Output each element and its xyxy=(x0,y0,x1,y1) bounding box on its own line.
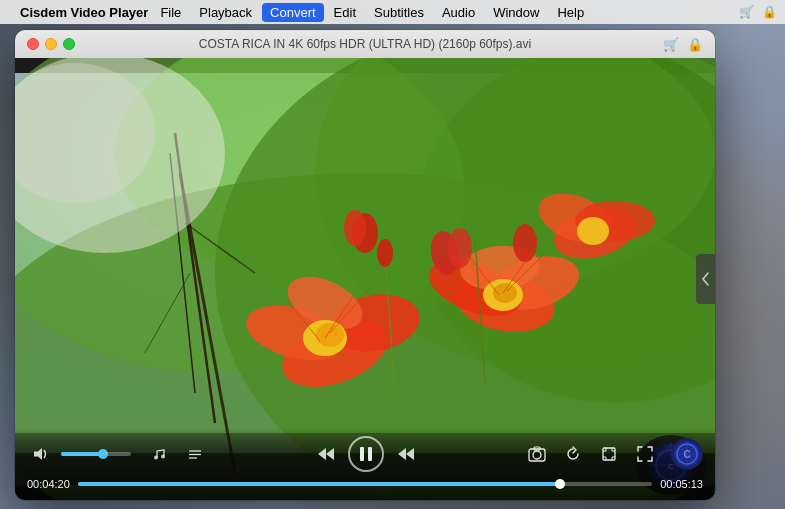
volume-slider[interactable] xyxy=(61,452,131,456)
controls-overlay: C 00:04:20 00:05:13 xyxy=(15,428,715,500)
current-time-label: 00:04:20 xyxy=(27,478,70,490)
title-bar-actions: 🛒 🔒 xyxy=(663,37,703,52)
cart-icon[interactable]: 🛒 xyxy=(663,37,679,52)
music-button[interactable] xyxy=(145,440,173,468)
fastforward-button[interactable] xyxy=(392,440,420,468)
progress-bar[interactable] xyxy=(78,482,652,486)
menu-item-window[interactable]: Window xyxy=(485,3,547,22)
svg-text:C: C xyxy=(683,449,690,460)
window-title: COSTA RICA IN 4K 60fps HDR (ULTRA HD) (2… xyxy=(199,37,531,51)
menu-item-file[interactable]: File xyxy=(152,3,189,22)
menu-item-subtitles[interactable]: Subtitles xyxy=(366,3,432,22)
video-area: C xyxy=(15,58,715,500)
menu-item-playback[interactable]: Playback xyxy=(191,3,260,22)
volume-knob xyxy=(98,449,108,459)
rotate-button[interactable] xyxy=(559,440,587,468)
menu-bar-right: 🛒 🔒 xyxy=(739,5,777,19)
subtitle-button[interactable] xyxy=(181,440,209,468)
side-panel-toggle[interactable] xyxy=(696,254,715,304)
player-window: COSTA RICA IN 4K 60fps HDR (ULTRA HD) (2… xyxy=(15,30,715,500)
progress-area: 00:04:20 00:05:13 xyxy=(27,478,703,490)
svg-point-32 xyxy=(513,224,537,262)
svg-point-23 xyxy=(493,283,517,303)
pause-button[interactable] xyxy=(348,436,384,472)
svg-point-52 xyxy=(154,456,158,460)
svg-point-60 xyxy=(533,451,541,459)
menu-item-convert[interactable]: Convert xyxy=(262,3,324,22)
maximize-button[interactable] xyxy=(63,38,75,50)
minimize-button[interactable] xyxy=(45,38,57,50)
controls-top-row: C xyxy=(27,436,703,472)
svg-point-17 xyxy=(316,323,344,347)
menu-item-edit[interactable]: Edit xyxy=(326,3,364,22)
progress-fill xyxy=(78,482,560,486)
menu-items: File Playback Convert Edit Subtitles Aud… xyxy=(152,3,592,22)
fullscreen-button[interactable] xyxy=(631,440,659,468)
menu-item-audio[interactable]: Audio xyxy=(434,3,483,22)
menu-item-help[interactable]: Help xyxy=(549,3,592,22)
svg-point-27 xyxy=(577,217,609,245)
lock-icon[interactable]: 🔒 xyxy=(687,37,703,52)
menubar-status-icon: 🔒 xyxy=(762,5,777,19)
total-time-label: 00:05:13 xyxy=(660,478,703,490)
traffic-lights xyxy=(27,38,75,50)
title-bar: COSTA RICA IN 4K 60fps HDR (ULTRA HD) (2… xyxy=(15,30,715,58)
menubar-cart-icon: 🛒 xyxy=(739,5,754,19)
app-name[interactable]: Cisdem Video Player xyxy=(20,5,148,20)
svg-rect-57 xyxy=(360,447,364,461)
svg-point-53 xyxy=(161,455,165,459)
svg-point-31 xyxy=(344,210,366,246)
svg-rect-58 xyxy=(368,447,372,461)
rewind-button[interactable] xyxy=(312,440,340,468)
svg-rect-62 xyxy=(603,448,615,460)
crop-button[interactable] xyxy=(595,440,623,468)
volume-button[interactable] xyxy=(27,440,55,468)
screenshot-button[interactable] xyxy=(523,440,551,468)
progress-knob xyxy=(555,479,565,489)
cisdem-logo: C xyxy=(671,438,703,470)
volume-area xyxy=(27,440,131,468)
svg-point-29 xyxy=(448,228,472,268)
menu-bar: Cisdem Video Player File Playback Conver… xyxy=(0,0,785,24)
close-button[interactable] xyxy=(27,38,39,50)
volume-fill xyxy=(61,452,103,456)
svg-point-40 xyxy=(377,239,393,267)
